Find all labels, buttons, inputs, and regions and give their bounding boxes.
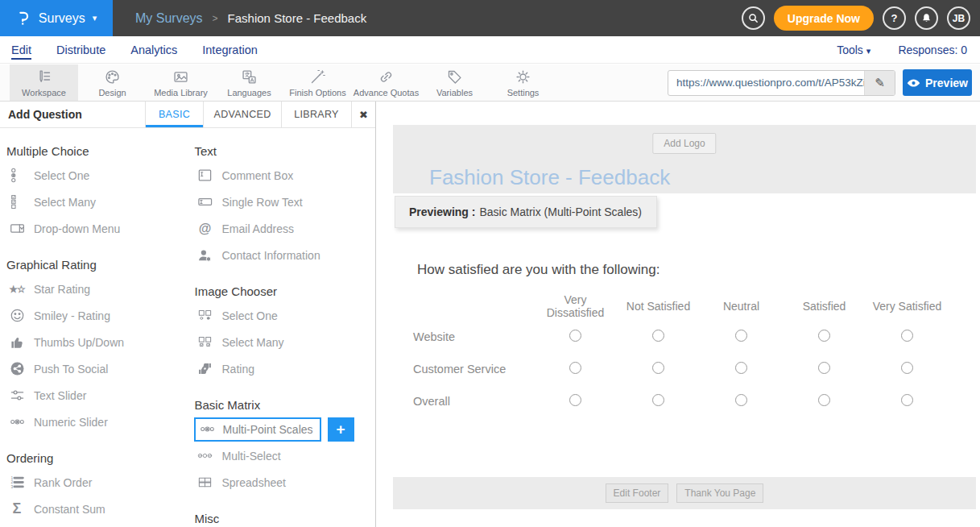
qtype-partial-clipped[interactable] xyxy=(0,522,188,527)
column-header: Very Satisfied xyxy=(866,292,949,321)
image-icon xyxy=(172,68,189,85)
breadcrumb-my-surveys[interactable]: My Surveys xyxy=(135,11,203,26)
toolbar-finish-options[interactable]: Finish Options xyxy=(283,64,352,101)
qtype-thumbs-updown[interactable]: Thumbs Up/Down xyxy=(0,329,188,355)
edit-footer-button[interactable]: Edit Footer xyxy=(606,483,669,503)
toolbar-media-library[interactable]: Media Library xyxy=(147,64,215,101)
qtype-dropdown-menu[interactable]: Drop-down Menu xyxy=(0,215,188,242)
toolbar-variables[interactable]: Variables xyxy=(420,64,489,101)
qtype-single-row-text[interactable]: Single Row Text xyxy=(188,189,376,215)
radio-button[interactable] xyxy=(735,330,747,342)
qtype-select-many[interactable]: Select Many xyxy=(0,189,188,215)
section-text: Text xyxy=(195,144,376,159)
tab-distribute[interactable]: Distribute xyxy=(56,44,105,56)
radio-button[interactable] xyxy=(569,362,581,374)
svg-text:1: 1 xyxy=(10,476,13,480)
radio-button[interactable] xyxy=(569,330,581,342)
toolbar-workspace[interactable]: Workspace xyxy=(10,64,78,101)
section-multiple-choice: Multiple Choice xyxy=(6,144,188,159)
responses-count[interactable]: Responses: 0 xyxy=(898,44,967,56)
matrix-row-overall: Overall xyxy=(413,385,949,417)
toolbar-settings[interactable]: Settings xyxy=(489,64,557,101)
qtype-star-rating[interactable]: ★☆ Star Rating xyxy=(0,276,188,302)
chevron-down-icon: ▾ xyxy=(866,46,871,56)
row-label: Customer Service xyxy=(413,353,534,385)
tab-basic[interactable]: BASIC xyxy=(145,102,203,127)
radio-button[interactable] xyxy=(818,362,830,374)
section-basic-matrix: Basic Matrix xyxy=(195,398,376,413)
help-button[interactable]: ? xyxy=(883,6,906,30)
qtype-comment-box[interactable]: Comment Box xyxy=(188,162,376,189)
radio-button[interactable] xyxy=(652,362,664,374)
rank-list-icon: 123 xyxy=(6,475,27,490)
preview-button[interactable]: Preview xyxy=(903,69,972,96)
qtype-image-select-many[interactable]: Select Many xyxy=(188,329,376,355)
spreadsheet-icon xyxy=(195,475,216,490)
qtype-constant-sum[interactable]: Σ Constant Sum xyxy=(0,496,188,522)
qtype-smiley-rating[interactable]: Smiley - Rating xyxy=(0,302,188,329)
notifications-button[interactable] xyxy=(915,6,938,30)
survey-header: Add Logo Fashion Store - Feedback xyxy=(393,125,976,193)
qtype-push-to-social[interactable]: Push To Social xyxy=(0,355,188,382)
qtype-multi-select[interactable]: Multi-Select xyxy=(188,442,376,469)
previewing-label: Previewing : xyxy=(409,205,475,218)
qtype-email-address[interactable]: @ Email Address xyxy=(188,215,376,242)
search-button[interactable] xyxy=(742,6,765,30)
radio-button[interactable] xyxy=(901,394,913,406)
tab-analytics[interactable]: Analytics xyxy=(130,44,177,56)
tools-menu[interactable]: Tools▾ xyxy=(837,44,870,56)
column-header: Very Dissatisfied xyxy=(534,292,617,321)
add-question-plus-button[interactable]: + xyxy=(328,417,354,442)
multi-select-icon xyxy=(195,448,216,463)
palette-icon xyxy=(104,68,121,85)
pencil-icon: ✎ xyxy=(875,76,885,90)
qtype-image-select-one[interactable]: Select One xyxy=(188,302,376,329)
radio-button[interactable] xyxy=(652,394,664,406)
breadcrumb-survey-name: Fashion Store - Feedback xyxy=(228,11,367,25)
radio-button[interactable] xyxy=(818,394,830,406)
radio-button[interactable] xyxy=(735,394,747,406)
avatar[interactable]: JB xyxy=(947,6,970,30)
tab-library[interactable]: LIBRARY xyxy=(281,102,351,127)
qtype-rank-order[interactable]: 123 Rank Order xyxy=(0,469,188,496)
radio-button[interactable] xyxy=(735,362,747,374)
toolbar-advance-quotas[interactable]: Advance Quotas xyxy=(352,64,420,101)
contact-icon xyxy=(195,247,216,263)
toolbar-languages[interactable]: Languages xyxy=(215,64,283,101)
qtype-image-rating[interactable]: Rating xyxy=(188,355,376,382)
smiley-icon xyxy=(6,308,27,323)
survey-preview-region: Add Logo Fashion Store - Feedback Previe… xyxy=(377,102,980,527)
single-row-icon xyxy=(195,194,216,210)
sliders-icon xyxy=(6,388,27,403)
selected-question-type[interactable]: Multi-Point Scales xyxy=(194,417,321,442)
add-logo-button[interactable]: Add Logo xyxy=(652,133,716,154)
qtype-select-one[interactable]: Select One xyxy=(0,162,188,189)
point-scale-icon xyxy=(197,421,218,437)
radio-button[interactable] xyxy=(569,394,581,406)
panel-header: Add Question BASIC ADVANCED LIBRARY ✖ xyxy=(0,102,375,128)
radio-button[interactable] xyxy=(901,362,913,374)
survey-footer: Edit Footer Thank You Page xyxy=(393,477,976,509)
close-panel-button[interactable]: ✖ xyxy=(351,102,375,127)
qtype-multi-point-scales[interactable]: Multi-Point Scales + xyxy=(188,416,376,442)
row-label: Overall xyxy=(413,385,534,417)
qtype-spreadsheet[interactable]: Spreadsheet xyxy=(188,469,376,496)
avatar-initials: JB xyxy=(953,13,965,24)
product-switcher[interactable]: Surveys ▾ xyxy=(0,0,113,36)
tab-advanced[interactable]: ADVANCED xyxy=(203,102,281,127)
upgrade-now-button[interactable]: Upgrade Now xyxy=(774,6,874,31)
radio-button[interactable] xyxy=(652,330,664,342)
qtype-numeric-slider[interactable]: Numeric Slider xyxy=(0,409,188,435)
question-text: How satisfied are you with the following… xyxy=(417,262,660,278)
tab-integration[interactable]: Integration xyxy=(202,44,258,56)
radio-button[interactable] xyxy=(818,330,830,342)
radio-button[interactable] xyxy=(901,330,913,342)
qtype-contact-information[interactable]: Contact Information xyxy=(188,242,376,268)
edit-url-button[interactable]: ✎ xyxy=(864,71,895,95)
survey-url-input[interactable] xyxy=(668,71,864,95)
tab-edit[interactable]: Edit xyxy=(11,44,31,56)
toolbar-design[interactable]: Design xyxy=(78,64,147,101)
thank-you-page-button[interactable]: Thank You Page xyxy=(676,483,763,503)
tag-icon xyxy=(446,68,463,85)
qtype-text-slider[interactable]: Text Slider xyxy=(0,382,188,409)
